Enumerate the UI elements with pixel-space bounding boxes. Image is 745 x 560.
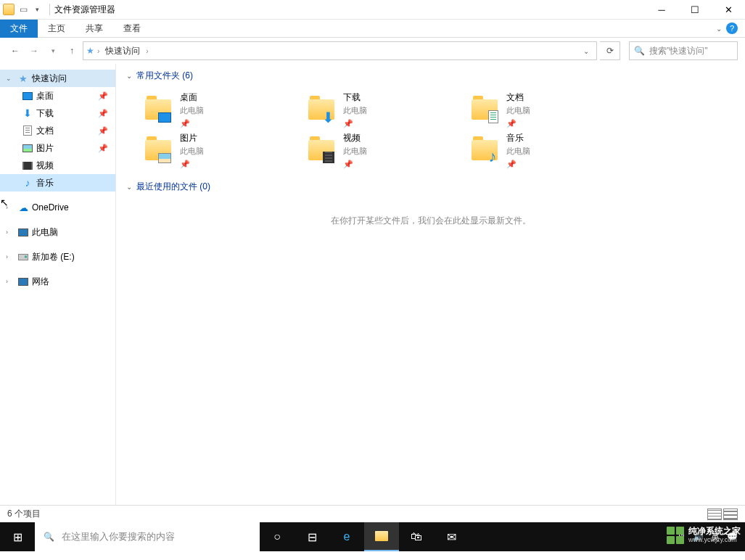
sidebar-item-label: 视频 xyxy=(36,160,54,172)
navigation-bar: ← → ▾ ↑ ★ › 快速访问 › ⌄ ⟳ 🔍 搜索"快速访问" xyxy=(0,38,745,64)
folder-location: 此电脑 xyxy=(506,105,530,116)
collapse-icon[interactable]: ⌄ xyxy=(126,72,132,80)
music-icon: ♪ xyxy=(22,177,33,189)
sidebar-item-music[interactable]: ♪ 音乐 xyxy=(0,174,115,192)
sidebar-item-label: 网络 xyxy=(32,276,49,288)
expand-icon[interactable]: › xyxy=(6,278,15,285)
sidebar-item-this-pc[interactable]: › 此电脑 xyxy=(0,223,115,241)
section-recent-files[interactable]: ⌄ 最近使用的文件 (0) xyxy=(126,181,735,193)
sidebar-item-downloads[interactable]: ⬇ 下载 📌 xyxy=(0,104,115,122)
ribbon: 文件 主页 共享 查看 ⌄ ? xyxy=(0,20,745,38)
search-input[interactable]: 🔍 搜索"快速访问" xyxy=(629,41,738,60)
history-dropdown[interactable]: ▾ xyxy=(45,43,61,59)
address-bar[interactable]: ★ › 快速访问 › ⌄ xyxy=(83,41,597,60)
document-icon xyxy=(22,125,33,136)
folder-item[interactable]: 桌面 此电脑 📌 xyxy=(144,89,307,130)
sidebar-item-videos[interactable]: 视频 xyxy=(0,157,115,174)
sidebar-item-documents[interactable]: 文档 📌 xyxy=(0,122,115,139)
sidebar-item-label: 文档 xyxy=(36,125,54,137)
folder-icon xyxy=(307,136,336,165)
pin-icon: 📌 xyxy=(506,160,530,169)
expand-icon[interactable]: › xyxy=(6,253,15,260)
explorer-button[interactable] xyxy=(364,522,399,551)
tray-expand-icon[interactable]: ˆ xyxy=(667,532,670,542)
mail-button[interactable]: ✉ xyxy=(434,522,469,551)
navigation-pane: ⌄ ★ 快速访问 桌面 📌 ⬇ 下载 📌 文档 📌 图片 📌 视频 xyxy=(0,64,116,505)
tab-view[interactable]: 查看 xyxy=(113,20,151,38)
store-button[interactable]: 🛍 xyxy=(399,522,434,551)
sidebar-item-drive[interactable]: › 新加卷 (E:) xyxy=(0,248,115,265)
close-button[interactable]: ✕ xyxy=(712,0,745,20)
sidebar-item-label: 桌面 xyxy=(36,90,54,102)
volume-icon[interactable]: 🔊 xyxy=(693,532,704,542)
sidebar-item-desktop[interactable]: 桌面 📌 xyxy=(0,87,115,104)
back-button[interactable]: ← xyxy=(7,43,23,59)
sidebar-item-label: 新加卷 (E:) xyxy=(32,251,75,263)
sidebar-item-pictures[interactable]: 图片 📌 xyxy=(0,139,115,157)
expand-ribbon-icon[interactable]: ⌄ xyxy=(716,25,722,33)
pin-icon: 📌 xyxy=(180,160,204,169)
minimize-button[interactable]: ─ xyxy=(645,0,678,20)
pin-icon: 📌 xyxy=(343,160,367,169)
onedrive-icon: ☁ xyxy=(17,202,29,213)
network-icon[interactable]: 🖥 xyxy=(677,532,686,542)
folder-name: 视频 xyxy=(343,132,367,144)
network-icon xyxy=(17,276,29,287)
folder-item[interactable]: 视频 此电脑 📌 xyxy=(307,130,470,170)
help-button[interactable]: ? xyxy=(726,22,738,34)
address-dropdown[interactable]: ⌄ xyxy=(579,47,593,55)
maximize-button[interactable]: ☐ xyxy=(678,0,712,20)
sidebar-item-label: 下载 xyxy=(36,107,54,120)
folder-item[interactable]: ⬇ 下载 此电脑 📌 xyxy=(307,89,470,130)
start-button[interactable]: ⊞ xyxy=(0,522,35,551)
tab-home[interactable]: 主页 xyxy=(38,20,75,38)
ime-indicator[interactable]: 英 xyxy=(711,531,720,543)
taskbar-search[interactable]: 🔍 在这里输入你要搜索的内容 xyxy=(35,522,260,551)
pin-icon: 📌 xyxy=(506,119,530,128)
empty-message: 在你打开某些文件后，我们会在此处显示最新文件。 xyxy=(126,215,735,227)
notification-icon[interactable]: 💬 xyxy=(727,532,738,542)
folder-location: 此电脑 xyxy=(180,105,204,116)
expand-icon[interactable]: ⌄ xyxy=(6,75,15,82)
details-view-button[interactable] xyxy=(707,508,722,520)
folder-icon xyxy=(470,95,499,124)
edge-button[interactable]: e xyxy=(329,522,364,551)
expand-icon[interactable]: › xyxy=(6,204,15,211)
breadcrumb-root[interactable]: 快速访问 xyxy=(102,45,143,57)
collapse-icon[interactable]: ⌄ xyxy=(126,183,132,191)
content-pane: ⌄ 常用文件夹 (6) 桌面 此电脑 📌 ⬇ 下载 此电脑 📌 文档 此电脑 xyxy=(116,64,745,505)
qat-dropdown[interactable]: ▾ xyxy=(32,6,42,13)
cortana-button[interactable]: ○ xyxy=(260,522,295,551)
folder-item[interactable]: 文档 此电脑 📌 xyxy=(470,89,633,130)
tab-share[interactable]: 共享 xyxy=(75,20,113,38)
sidebar-item-onedrive[interactable]: › ☁ OneDrive xyxy=(0,199,115,216)
expand-icon[interactable]: › xyxy=(6,228,15,236)
section-frequent-folders[interactable]: ⌄ 常用文件夹 (6) xyxy=(126,70,735,82)
status-bar: 6 个项目 xyxy=(0,505,745,522)
up-button[interactable]: ↑ xyxy=(64,43,80,59)
task-view-button[interactable]: ⊟ xyxy=(295,522,329,551)
tab-file[interactable]: 文件 xyxy=(0,20,38,38)
musf-icon: ♪ xyxy=(485,149,501,165)
window-title: 文件资源管理器 xyxy=(54,4,115,16)
section-title: 最近使用的文件 (0) xyxy=(136,181,210,193)
icons-view-button[interactable] xyxy=(723,508,738,520)
refresh-button[interactable]: ⟳ xyxy=(600,41,620,60)
folder-name: 下载 xyxy=(343,91,367,104)
sidebar-item-quick-access[interactable]: ⌄ ★ 快速访问 xyxy=(0,70,115,87)
search-icon: 🔍 xyxy=(44,532,54,542)
docf-icon xyxy=(488,110,498,123)
folder-item[interactable]: ♪ 音乐 此电脑 📌 xyxy=(470,130,633,170)
qat-button[interactable]: ▭ xyxy=(16,4,30,15)
folder-location: 此电脑 xyxy=(506,146,530,157)
sidebar-item-label: OneDrive xyxy=(32,202,69,213)
desktop-icon xyxy=(22,90,33,102)
sidebar-item-label: 音乐 xyxy=(36,177,54,189)
search-icon: 🔍 xyxy=(634,46,645,56)
pc-icon xyxy=(17,226,29,238)
folder-location: 此电脑 xyxy=(343,146,367,157)
sidebar-item-network[interactable]: › 网络 xyxy=(0,273,115,290)
folder-item[interactable]: 图片 此电脑 📌 xyxy=(144,130,307,170)
sidebar-item-label: 此电脑 xyxy=(32,226,58,239)
search-placeholder: 搜索"快速访问" xyxy=(649,45,708,57)
